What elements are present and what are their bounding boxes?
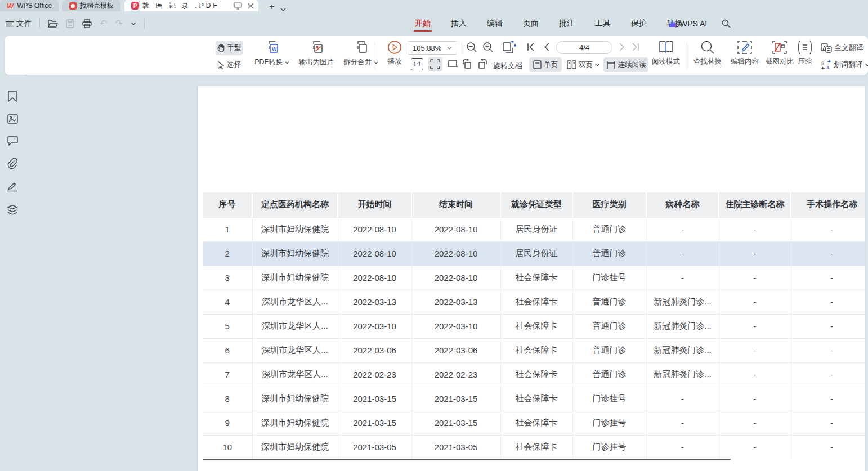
last-page-button[interactable]: [632, 43, 639, 51]
open-file-icon[interactable]: [48, 20, 58, 28]
fit-page-icon: [430, 59, 440, 69]
save-icon[interactable]: [66, 19, 74, 28]
file-menu-button[interactable]: 文件: [6, 19, 32, 29]
continuous-read-icon: [606, 61, 616, 69]
tab-label: 找稻壳模板: [80, 1, 114, 11]
attachment-icon[interactable]: [7, 158, 18, 169]
wps-ai-button[interactable]: WPS AI: [668, 19, 707, 28]
page-number-field[interactable]: 4/4: [556, 41, 612, 54]
one-to-one-label: 1:1: [413, 61, 421, 68]
pdf-file-icon: P: [131, 2, 139, 10]
tab-wps-office[interactable]: W WPS Office: [0, 0, 59, 11]
print-icon[interactable]: [82, 19, 92, 28]
table-cell: 7: [203, 362, 252, 387]
continuous-read-button[interactable]: 连续阅读: [603, 57, 648, 72]
close-tab-icon[interactable]: [248, 3, 254, 9]
table-header-cell: 序号: [203, 192, 252, 217]
export-image-button[interactable]: 输出为图片: [293, 40, 339, 67]
rotate-right-button[interactable]: [477, 59, 488, 69]
select-tool-label: 选择: [227, 60, 241, 70]
rotate-doc-button[interactable]: 旋转文档: [493, 61, 522, 71]
table-cell: 深圳市龙华区人...: [252, 290, 338, 314]
chevron-down-icon: [865, 64, 868, 66]
prev-page-button[interactable]: [544, 43, 549, 51]
table-cell: -: [719, 435, 791, 459]
table-header-cell: 医疗类别: [572, 192, 646, 217]
table-cell: -: [646, 266, 719, 290]
chevron-down-icon: [447, 47, 452, 50]
edit-content-button[interactable]: 编辑内容: [727, 40, 762, 66]
word-translate-button[interactable]: 文A 划词翻译: [821, 59, 868, 71]
wps-ai-label: WPS AI: [680, 19, 707, 28]
menu-item-5[interactable]: 工具: [594, 12, 612, 35]
menu-item-1[interactable]: 插入: [450, 12, 468, 35]
hand-tool-button[interactable]: 手型: [216, 41, 243, 55]
fit-page-button[interactable]: [428, 57, 442, 71]
menu-item-6[interactable]: 保护: [630, 12, 648, 35]
single-page-button[interactable]: 单页: [529, 57, 562, 72]
chevron-down-icon: [595, 64, 599, 66]
find-replace-button[interactable]: 查找替换: [690, 40, 725, 66]
next-page-button[interactable]: [619, 43, 625, 51]
menu-item-4[interactable]: 批注: [558, 12, 576, 35]
menu-item-2[interactable]: 编辑: [486, 12, 504, 35]
compress-button[interactable]: 压缩: [793, 40, 817, 66]
table-cell: 普通门诊: [572, 362, 646, 387]
zoom-out-button[interactable]: [466, 42, 477, 53]
table-row: 4深圳市龙华区人...2022-03-132022-03-13社会保障卡普通门诊…: [203, 290, 865, 314]
page-organize-button[interactable]: [501, 41, 516, 55]
thumbnail-image-icon[interactable]: [7, 114, 18, 124]
table-cell: -: [719, 241, 791, 266]
tab-medical-record-pdf[interactable]: P 就 医 记 录 .PDF: [124, 0, 258, 11]
split-merge-button[interactable]: 拆分合并: [339, 40, 382, 67]
double-page-button[interactable]: 双页: [565, 57, 601, 72]
word-translate-icon: 文A: [821, 60, 831, 70]
table-cell: 深圳市妇幼保健院: [252, 266, 338, 290]
layers-icon[interactable]: [7, 204, 18, 215]
medical-records-table: 序号定点医药机构名称开始时间结束时间就诊凭证类型医疗类别病种名称住院主诊断名称手…: [203, 192, 865, 459]
left-sidebar: [0, 75, 25, 471]
quick-access-chevron-icon[interactable]: [131, 22, 136, 25]
zoom-level-select[interactable]: 105.88%: [408, 41, 457, 55]
undo-icon[interactable]: ↶: [100, 19, 107, 28]
table-row: 2深圳市妇幼保健院2022-08-102022-08-10居民身份证普通门诊--…: [203, 241, 865, 266]
table-cell: -: [791, 241, 865, 266]
table-cell: 新冠肺炎门诊...: [646, 362, 719, 387]
table-cell: -: [719, 290, 791, 314]
actual-size-button[interactable]: 1:1: [411, 58, 423, 70]
screen-icon[interactable]: [234, 2, 242, 10]
table-header-cell: 定点医药机构名称: [252, 192, 338, 217]
menu-item-3[interactable]: 页面: [522, 12, 540, 35]
rotate-left-icon: [462, 59, 472, 69]
zoom-in-button[interactable]: [482, 42, 494, 53]
table-header-cell: 住院主诊断名称: [719, 192, 791, 217]
tab-docer-templates[interactable]: 找稻壳模板: [62, 0, 120, 11]
table-cell: 社会保障卡: [500, 387, 572, 411]
signature-icon[interactable]: [7, 181, 18, 192]
menu-item-0[interactable]: 开始: [414, 12, 432, 35]
read-mode-button[interactable]: 阅读模式: [650, 40, 682, 66]
menu-search-icon[interactable]: [722, 19, 731, 28]
full-translate-button[interactable]: A 全文翻译: [821, 42, 863, 54]
redo-icon[interactable]: ↷: [115, 19, 122, 28]
svg-text:文: 文: [821, 61, 825, 66]
play-button[interactable]: 播放: [381, 40, 409, 66]
pdf-convert-button[interactable]: W PDF转换: [250, 40, 293, 67]
bookmark-icon[interactable]: [7, 91, 17, 102]
table-header-cell: 手术操作名称: [791, 192, 865, 217]
comment-icon[interactable]: [7, 136, 18, 146]
divider: [462, 42, 462, 54]
new-tab-button[interactable]: +: [269, 2, 275, 11]
table-cell: 普通门诊: [572, 290, 646, 314]
rotate-right-icon: [477, 59, 488, 69]
read-mode-icon: [658, 40, 674, 55]
first-page-button[interactable]: [527, 43, 535, 51]
select-tool-button[interactable]: 选择: [216, 57, 243, 72]
table-cell: 2021-03-15: [338, 411, 411, 435]
table-cell: 新冠肺炎门诊...: [646, 338, 719, 362]
fit-width-button[interactable]: [447, 58, 458, 69]
table-cell: 新冠肺炎门诊...: [646, 314, 719, 338]
rotate-left-button[interactable]: [462, 59, 472, 69]
table-row: 9深圳市妇幼保健院2021-03-152021-03-15社会保障卡门诊挂号--…: [203, 411, 865, 435]
screenshot-compare-button[interactable]: 截图对比: [762, 40, 797, 66]
